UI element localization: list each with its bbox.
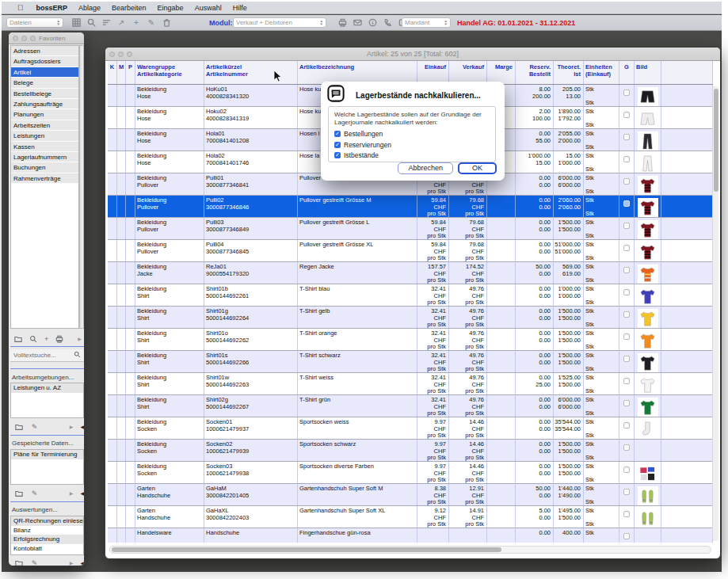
g-checkbox[interactable] <box>623 156 630 162</box>
vertical-scrollbar-thumb[interactable] <box>714 89 718 192</box>
collapse-left-icon[interactable]: ◀ <box>80 558 84 566</box>
header-artikelbezeichnung[interactable]: Artikelbezeichnung <box>298 61 417 84</box>
header-bild[interactable]: Bild <box>635 61 661 84</box>
g-checkbox[interactable] <box>623 289 630 295</box>
search-icon[interactable] <box>86 17 96 27</box>
header-einkauf[interactable]: Einkauf <box>417 61 449 84</box>
mandant-select[interactable]: Mandant ▲▼ <box>402 17 451 28</box>
table-row[interactable]: GartenHandschuheGaHaM3000842201405Garten… <box>108 484 713 506</box>
table-row[interactable]: BekleidungShirtShirt01w5000144692263T-Sh… <box>108 373 713 395</box>
g-checkbox[interactable] <box>623 444 630 451</box>
g-checkbox[interactable] <box>623 223 630 229</box>
favorites-scrollbar[interactable] <box>79 45 84 329</box>
sidebar-item-rahmenverträge[interactable]: Rahmenverträge <box>11 173 78 184</box>
sidebar-item-artikel[interactable]: Artikel <box>11 67 78 78</box>
sidebar-item-planungen[interactable]: Planungen <box>11 109 78 120</box>
horizontal-scrollbar[interactable] <box>109 546 711 554</box>
sidebar-item-bestellbelege[interactable]: Bestellbelege <box>11 89 78 99</box>
minimize-icon[interactable] <box>21 36 27 41</box>
header-theoret-ist[interactable]: Theoret.Ist <box>554 61 584 84</box>
checkbox-icon[interactable]: ✓ <box>334 131 341 137</box>
table-row[interactable]: BekleidungShirtShirt01b5000144692261T-Sh… <box>108 284 713 307</box>
g-checkbox[interactable] <box>623 400 630 406</box>
g-checkbox[interactable] <box>623 311 630 318</box>
header-warengruppe[interactable]: WarengruppeArtikelkategorie <box>135 61 204 84</box>
g-checkbox[interactable] <box>623 356 630 362</box>
folder-icon[interactable] <box>14 422 23 431</box>
expand-right-icon[interactable]: ▶ <box>70 422 74 431</box>
favorites-titlebar[interactable]: Favoriten <box>9 32 84 44</box>
table-row[interactable]: BekleidungPulloverPulli033000877346849Pu… <box>108 218 713 240</box>
g-checkbox[interactable] <box>623 178 630 185</box>
list-item[interactable]: Pläne für Terminierung <box>11 450 83 459</box>
info-icon[interactable] <box>368 17 377 27</box>
g-checkbox[interactable] <box>623 200 630 207</box>
expand-right-icon[interactable]: ▶ <box>70 558 74 566</box>
table-row[interactable]: BekleidungShirtShirt01s5000144692266T-Sh… <box>108 351 713 373</box>
pencil-icon[interactable]: ✎ <box>147 17 156 27</box>
sort-icon[interactable] <box>101 17 111 27</box>
trash-icon[interactable] <box>162 17 171 27</box>
header-verkauf[interactable]: Verkauf <box>449 61 487 84</box>
g-checkbox[interactable] <box>623 90 630 96</box>
g-checkbox[interactable] <box>623 489 630 495</box>
table-row[interactable]: GartenHandschuheGaHaXL3000842202403Garte… <box>108 506 713 528</box>
header-m[interactable]: M <box>117 61 126 84</box>
dateien-select[interactable]: Dateien ▲▼ <box>6 17 63 28</box>
abbrechen-button[interactable]: Abbrechen <box>398 162 453 174</box>
g-checkbox[interactable] <box>623 378 630 384</box>
sidebar-item-kassen[interactable]: Kassen <box>11 142 78 152</box>
expand-right-icon[interactable]: ▶ <box>70 489 74 497</box>
table-row[interactable]: BekleidungSockenSocken031000621479938Spo… <box>108 462 713 484</box>
search-icon[interactable] <box>29 334 37 343</box>
sidebar-item-adressen[interactable]: Adressen <box>11 46 78 56</box>
header-einheiten[interactable]: Einheiten(Einkauf) <box>584 61 619 84</box>
header-reserv-bestellt[interactable]: Reserv.Bestellt <box>516 61 554 84</box>
printer-icon[interactable] <box>55 334 63 343</box>
expand-right-icon[interactable]: ▶ <box>78 334 82 343</box>
g-checkbox[interactable] <box>623 467 630 473</box>
phone-icon[interactable] <box>383 17 392 27</box>
menu-auswahl[interactable]: Auswahl <box>195 4 222 12</box>
sidebar-item-auftragsdossiers[interactable]: Auftragsdossiers <box>11 56 78 67</box>
sidebar-item-arbeitszeiten[interactable]: Arbeitszeiten <box>11 120 78 131</box>
folder-icon[interactable] <box>14 489 23 497</box>
header-artikelkuerzel[interactable]: ArtikelkürzelArtikelnummer <box>204 61 298 84</box>
g-checkbox[interactable] <box>623 422 630 429</box>
list-item[interactable]: Erfolgsrechnung <box>11 535 83 544</box>
vertical-scrollbar[interactable] <box>712 86 718 541</box>
menu-app-name[interactable]: bossERP <box>36 4 68 12</box>
horizontal-scrollbar-thumb[interactable] <box>112 547 501 552</box>
header-k[interactable]: K <box>108 61 117 84</box>
checkbox-icon[interactable]: ✓ <box>334 152 341 158</box>
header-p[interactable]: P <box>126 61 135 84</box>
table-row[interactable]: BekleidungSockenSocken011000621479937Spo… <box>108 417 713 440</box>
pencil-icon[interactable]: ✎ <box>30 422 39 431</box>
table-row[interactable]: BekleidungSockenSocken021000621479939Spo… <box>108 440 713 462</box>
sidebar-item-zahlungsaufträge[interactable]: Zahlungsaufträge <box>11 99 78 109</box>
envelope-icon[interactable] <box>353 17 362 27</box>
folder-icon[interactable] <box>14 558 23 566</box>
g-checkbox[interactable] <box>623 533 630 539</box>
table-row[interactable]: BekleidungPulloverPulli023000877346846Pu… <box>108 196 713 218</box>
checkbox-icon[interactable]: ✓ <box>334 142 341 148</box>
sidebar-item-leistungen[interactable]: Leistungen <box>11 131 78 141</box>
pencil-icon[interactable]: ✎ <box>30 558 39 566</box>
list-item[interactable]: Kontoblatt <box>11 544 83 554</box>
plus-icon[interactable]: + <box>44 334 48 343</box>
list-item[interactable]: Leistungen u. AZ <box>11 383 83 393</box>
table-row[interactable]: Handelsware Handschuhe Fingerhandschue g… <box>108 528 713 543</box>
fulltext-search-input[interactable]: Volltextsuche... <box>10 349 84 362</box>
printer-icon[interactable] <box>337 17 347 27</box>
list-item[interactable]: Bilanz <box>11 526 83 535</box>
arrow-up-right-icon[interactable]: ↗ <box>116 17 126 27</box>
apple-menu-icon[interactable]:  <box>17 3 24 12</box>
modul-select[interactable]: Verkauf + Debitoren ▲▼ <box>233 17 326 28</box>
g-checkbox[interactable] <box>623 333 630 340</box>
g-checkbox[interactable] <box>623 267 630 273</box>
folder-icon[interactable] <box>14 334 22 343</box>
grid-icon[interactable] <box>71 17 81 27</box>
sidebar-item-lagerlaufnummern[interactable]: Lagerlaufnummern <box>11 152 78 162</box>
g-checkbox[interactable] <box>623 112 630 118</box>
menu-ablage[interactable]: Ablage <box>78 4 101 12</box>
